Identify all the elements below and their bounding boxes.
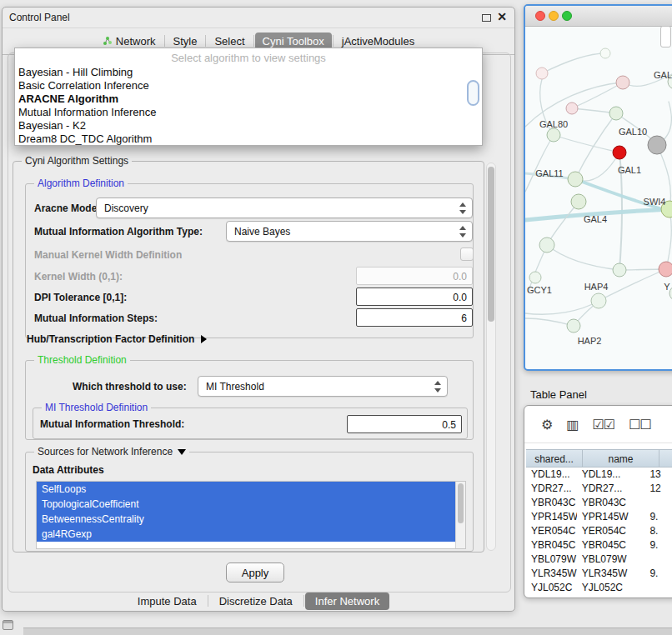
- column-header-shared[interactable]: shared...: [526, 449, 583, 468]
- minimize-traffic-light[interactable]: [549, 11, 559, 21]
- gear-icon[interactable]: ⚙: [541, 417, 552, 432]
- attribute-betweennesscentrality[interactable]: BetweennessCentrality: [37, 512, 455, 527]
- table-row[interactable]: YBL079WYBL079W: [526, 552, 672, 567]
- network-node-gal11[interactable]: [568, 172, 583, 187]
- network-edge[interactable]: [547, 245, 619, 270]
- aracne-mode-select[interactable]: Discovery: [96, 198, 473, 218]
- network-node-gcy1[interactable]: [529, 272, 541, 283]
- network-scroll-corner[interactable]: [660, 26, 671, 48]
- table-row[interactable]: YDL19...YDL19...13: [526, 468, 672, 482]
- network-node-gal1[interactable]: [613, 146, 626, 159]
- columns-icon[interactable]: ▥: [566, 417, 578, 432]
- mi-algorithm-type-select[interactable]: Naive Bayes: [226, 221, 473, 242]
- table-cell: [644, 552, 672, 567]
- attribute-gal4rgexp[interactable]: gal4RGexp: [37, 527, 455, 542]
- network-node[interactable]: [566, 102, 578, 114]
- attributes-scrollbar[interactable]: [455, 482, 465, 548]
- control-panel-titlebar: Control Panel ✕: [3, 8, 514, 28]
- minimized-panel-icon[interactable]: [3, 620, 13, 630]
- table-cell: YPR145W: [526, 510, 577, 524]
- algorithm-option-dream8-dc-tdc-algorithm[interactable]: Dream8 DC_TDC Algorithm: [15, 132, 482, 146]
- network-node[interactable]: [659, 262, 672, 277]
- tab-discretize-data[interactable]: Discretize Data: [209, 592, 303, 610]
- mi-steps-field[interactable]: 6: [356, 308, 473, 327]
- network-node[interactable]: [609, 107, 623, 120]
- settings-scrollbar[interactable]: [486, 162, 496, 551]
- checked-boxes-icon[interactable]: ☑☑: [592, 417, 614, 432]
- float-window-icon[interactable]: [482, 14, 491, 22]
- table-cell: YBR043C: [526, 496, 577, 510]
- table-row[interactable]: YJL052CYJL052C: [526, 581, 672, 595]
- table-row[interactable]: YLR345WYLR345W9.: [526, 567, 672, 581]
- attribute-topologicalcoefficient[interactable]: TopologicalCoefficient: [37, 497, 455, 512]
- table-panel-title: Table Panel: [530, 388, 587, 401]
- node-label-gal: GAL: [654, 70, 672, 80]
- attributes-scrollbar-thumb[interactable]: [458, 483, 464, 523]
- tab-label: Style: [173, 35, 198, 48]
- manual-kernel-label: Manual Kernel Width Definition: [34, 249, 182, 261]
- network-edge[interactable]: [525, 301, 599, 314]
- tab-infer-network[interactable]: Infer Network: [305, 592, 389, 610]
- network-edge[interactable]: [666, 209, 671, 269]
- network-edge[interactable]: [547, 202, 579, 245]
- table-row[interactable]: YPR145WYPR145W9.: [526, 510, 672, 524]
- threshold-type-select[interactable]: MI Threshold: [198, 376, 448, 397]
- tab-impute-data[interactable]: Impute Data: [128, 592, 207, 610]
- algorithm-option-basic-correlation-inference[interactable]: Basic Correlation Inference: [15, 79, 482, 92]
- hub-section-toggle[interactable]: Hub/Transcription Factor Definition: [27, 333, 207, 345]
- network-edge[interactable]: [554, 135, 619, 152]
- network-node[interactable]: [613, 263, 626, 277]
- mi-threshold-field[interactable]: 0.5: [347, 415, 462, 433]
- algorithm-option-bayesian-k2[interactable]: Bayesian - K2: [15, 119, 482, 132]
- table-row[interactable]: YBR043CYBR043C: [526, 496, 672, 510]
- node-label-gcy1: GCY1: [527, 285, 552, 295]
- table-row[interactable]: YDR27...YDR27...12: [526, 482, 672, 496]
- network-node-gal10[interactable]: [648, 136, 666, 154]
- network-edge[interactable]: [525, 318, 574, 326]
- network-node-hap2[interactable]: [567, 319, 580, 332]
- algorithm-option-mutual-information-inference[interactable]: Mutual Information Inference: [15, 106, 482, 119]
- network-edge[interactable]: [542, 53, 605, 73]
- data-attributes-list[interactable]: SelfLoopsTopologicalCoefficientBetweenne…: [36, 481, 466, 549]
- network-edge[interactable]: [599, 269, 666, 301]
- attribute-selfloops[interactable]: SelfLoops: [37, 482, 455, 497]
- window-title: Control Panel: [9, 8, 70, 28]
- network-node-gal4[interactable]: [571, 194, 586, 209]
- network-window-titlebar: [525, 6, 672, 27]
- table-toolbar: ⚙▥☑☑☐☐: [524, 406, 672, 443]
- network-edge[interactable]: [525, 135, 554, 192]
- node-label-gal11: GAL11: [535, 168, 563, 178]
- zoom-traffic-light[interactable]: [562, 11, 572, 21]
- network-canvas[interactable]: GALGAL80GAL10GAL1GAL11SWI4GAL4GCY1HAP4YH…: [525, 26, 672, 371]
- algorithm-option-bayesian-hill-climbing[interactable]: Bayesian - Hill Climbing: [15, 66, 482, 79]
- network-edge[interactable]: [575, 179, 672, 212]
- threshold-definition-title: Threshold Definition: [34, 354, 130, 366]
- close-traffic-light[interactable]: [535, 11, 545, 21]
- column-header-name[interactable]: name: [583, 449, 659, 468]
- table-row[interactable]: YBR045CYBR045C9.: [526, 538, 672, 552]
- settings-group-title: Cyni Algorithm Settings: [22, 155, 132, 167]
- algorithm-option-aracne-algorithm[interactable]: ARACNE Algorithm: [15, 92, 482, 106]
- table-panel-window: ⚙▥☑☑☐☐ shared...name YDL19...YDL19...13Y…: [524, 405, 672, 598]
- unchecked-boxes-icon[interactable]: ☐☐: [629, 417, 651, 432]
- kernel-width-label: Kernel Width (0,1):: [34, 271, 123, 282]
- network-node[interactable]: [600, 48, 610, 58]
- settings-scrollbar-thumb[interactable]: [488, 167, 494, 322]
- close-icon[interactable]: ✕: [497, 10, 507, 23]
- table-cell: YBR043C: [577, 496, 645, 510]
- manual-kernel-checkbox[interactable]: [460, 248, 474, 261]
- network-edge[interactable]: [575, 113, 616, 179]
- network-node[interactable]: [539, 238, 554, 252]
- table-row[interactable]: YER054CYER054C8.: [526, 524, 672, 538]
- network-node[interactable]: [616, 76, 629, 89]
- popup-scrollbar-thumb[interactable]: [467, 80, 479, 106]
- column-header-extra[interactable]: [659, 449, 672, 468]
- network-node-hap4[interactable]: [591, 293, 606, 308]
- apply-button[interactable]: Apply: [226, 562, 284, 582]
- tab-label: Select: [214, 35, 244, 48]
- table-cell: YDL19...: [577, 468, 645, 482]
- dpi-tolerance-field[interactable]: 0.0: [356, 288, 473, 306]
- network-node-gal80[interactable]: [547, 128, 560, 142]
- sources-group-title[interactable]: Sources for Network Inference: [34, 446, 189, 458]
- network-node[interactable]: [536, 68, 548, 79]
